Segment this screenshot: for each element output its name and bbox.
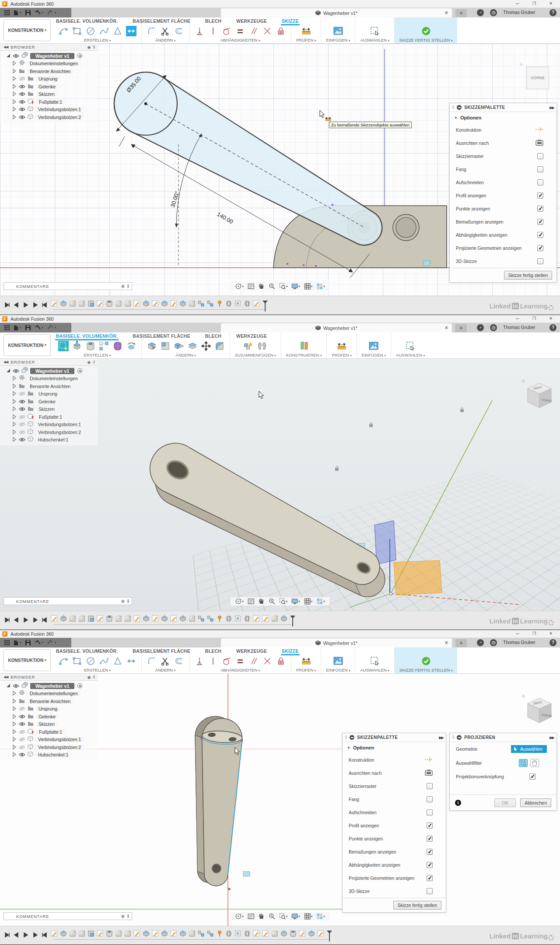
timeline-marker-icon[interactable]	[326, 930, 332, 943]
caret-icon[interactable]	[11, 374, 17, 382]
redo-icon[interactable]	[47, 640, 53, 645]
checkbox-skizzierraster[interactable]	[537, 153, 543, 159]
timeline-extrude-icon[interactable]	[161, 300, 168, 307]
job-status-clock-icon[interactable]: ◷	[490, 324, 497, 331]
fit-icon[interactable]: ▾	[279, 598, 288, 605]
timeline-pin-icon[interactable]	[216, 615, 223, 622]
filter-bodies-icon[interactable]	[530, 759, 539, 767]
timeline-extrude-icon[interactable]	[308, 930, 315, 937]
tab-werkzeuge[interactable]: WERKZEUGE	[235, 18, 268, 24]
timeline-fillet-icon[interactable]	[124, 930, 131, 937]
move-icon[interactable]	[201, 341, 211, 351]
construction-icon[interactable]	[424, 756, 433, 763]
item-label[interactable]: Benannte Ansichten	[27, 384, 73, 389]
rect-icon[interactable]	[72, 656, 82, 666]
collinear-icon[interactable]	[208, 656, 218, 666]
timeline-sketch-icon[interactable]	[152, 930, 159, 937]
rect-icon[interactable]	[72, 26, 82, 36]
checkbox-aufschneiden[interactable]	[427, 809, 433, 816]
undo-icon[interactable]	[35, 10, 41, 15]
browser-row-hubschenkel-1[interactable]: Hubschenkel:1	[0, 751, 98, 759]
eye-on-icon[interactable]	[19, 405, 25, 413]
step-back-icon[interactable]	[14, 617, 20, 625]
checkbox-profil-anzeigen[interactable]	[427, 822, 433, 829]
ribbon-group-label[interactable]: AUSWÄHLEN ▾	[360, 668, 389, 672]
caret-icon[interactable]	[11, 735, 17, 743]
timeline-pair-icon[interactable]	[207, 930, 214, 937]
viewcube[interactable]: VORNE	[526, 66, 549, 89]
timeline-fillet-icon[interactable]	[189, 300, 196, 307]
timeline-sketch-icon[interactable]	[299, 930, 306, 937]
ribbon-group-label[interactable]: ERSTELLEN ▾	[84, 38, 111, 42]
checkbox-abh-ngigkeiten-anzeigen[interactable]	[537, 232, 543, 238]
browser-row-verbindungsbolzen-1[interactable]: Verbindungsbolzen:1	[0, 421, 98, 429]
assemble-icon[interactable]	[243, 341, 254, 351]
caret-icon[interactable]	[11, 382, 17, 390]
file-menu-caret[interactable]: ▾	[20, 11, 21, 14]
browser-row-verbindungsbolzen-2[interactable]: Verbindungsbolzen:2	[0, 113, 98, 121]
timeline-sketch-icon[interactable]	[133, 300, 140, 307]
timeline-extrude-icon[interactable]	[143, 930, 150, 937]
item-label[interactable]: Verbindungsbolzen:1	[35, 737, 84, 742]
caret-icon[interactable]	[11, 720, 17, 728]
circle-icon[interactable]	[85, 656, 96, 666]
arc-icon[interactable]	[58, 26, 69, 36]
eye-off-icon[interactable]	[19, 420, 25, 428]
item-label[interactable]: Dokumenteinstellungen	[27, 61, 80, 66]
file-menu-icon[interactable]	[14, 640, 18, 646]
fillet-icon[interactable]	[147, 656, 157, 666]
timeline-fillet-icon[interactable]	[69, 615, 76, 622]
new-tab-button[interactable]: +	[455, 639, 467, 647]
ribbon-group-label[interactable]: ERSTELLEN ▾	[84, 668, 111, 672]
item-label[interactable]: Benannte Ansichten	[27, 699, 73, 704]
eye-off-icon[interactable]	[19, 728, 25, 736]
browser-row-gelenke[interactable]: Gelenke	[0, 713, 98, 721]
item-label[interactable]: Skizzen	[36, 91, 57, 97]
maximize-button[interactable]: ❐	[527, 315, 542, 323]
browser-row-gelenke[interactable]: Gelenke	[0, 398, 98, 406]
pan-icon[interactable]	[258, 598, 265, 605]
tab-basisele-volumenk-r-[interactable]: BASISELE. VOLUMENKÖR.	[55, 648, 119, 654]
checkbox-3d-skizze[interactable]	[537, 258, 543, 264]
select-icon[interactable]	[405, 341, 416, 351]
add-comment-icon[interactable]: ⊕	[121, 914, 124, 919]
step-forward-icon[interactable]	[32, 617, 38, 625]
caret-icon[interactable]	[11, 67, 17, 75]
eye-icon[interactable]	[13, 367, 19, 375]
browser-row-ursprung[interactable]: Ursprung	[0, 705, 98, 713]
add-comment-icon[interactable]: ⊕	[121, 284, 124, 289]
polygon-icon[interactable]	[112, 26, 123, 36]
user-name[interactable]: Thomas Gruber	[503, 10, 536, 15]
dialog-header[interactable]: ‖PROJIZIEREN▶▶	[450, 733, 556, 742]
timeline-fillet-icon[interactable]	[189, 930, 196, 937]
extension-icon[interactable]: ◔	[477, 639, 484, 646]
item-label[interactable]: Benannte Ansichten	[27, 69, 73, 74]
checkbox-skizzierraster[interactable]	[427, 783, 433, 789]
ribbon-group-label[interactable]: PRÜFEN ▾	[332, 353, 351, 357]
checkbox-punkte-anzeigen[interactable]	[537, 206, 543, 212]
caret-icon[interactable]	[11, 751, 17, 759]
browser-row-root[interactable]: Wagenheber v1	[0, 682, 98, 690]
timeline-fillet-icon[interactable]	[115, 615, 122, 622]
expand-arrows-icon[interactable]: ▶▶	[439, 735, 443, 740]
coincident-icon[interactable]	[194, 26, 205, 36]
collinear-icon[interactable]	[208, 26, 218, 36]
eye-icon[interactable]	[13, 682, 19, 690]
item-label[interactable]: Ursprung	[36, 391, 60, 396]
eye-on-icon[interactable]	[19, 398, 25, 406]
timeline-extrude-icon[interactable]	[179, 930, 186, 937]
browser-row-ursprung[interactable]: Ursprung	[0, 75, 98, 83]
display-icon[interactable]: ▾	[291, 598, 300, 605]
caret-open-icon[interactable]	[5, 682, 10, 690]
browser-row-benannte-ansichten[interactable]: Benannte Ansichten	[0, 382, 98, 390]
eye-off-icon[interactable]	[19, 413, 25, 421]
symmetry-icon[interactable]	[262, 26, 273, 36]
timeline-extrude-icon[interactable]	[161, 930, 168, 937]
lock-icon[interactable]	[276, 656, 286, 666]
timeline-sketch-icon[interactable]	[152, 300, 159, 307]
browser-row-skizzen[interactable]: Skizzen	[0, 721, 98, 728]
display-icon[interactable]: ▾	[291, 913, 300, 920]
image-icon[interactable]	[333, 656, 343, 666]
undo-icon[interactable]	[35, 640, 41, 645]
item-label[interactable]: Dokumenteinstellungen	[27, 691, 80, 696]
